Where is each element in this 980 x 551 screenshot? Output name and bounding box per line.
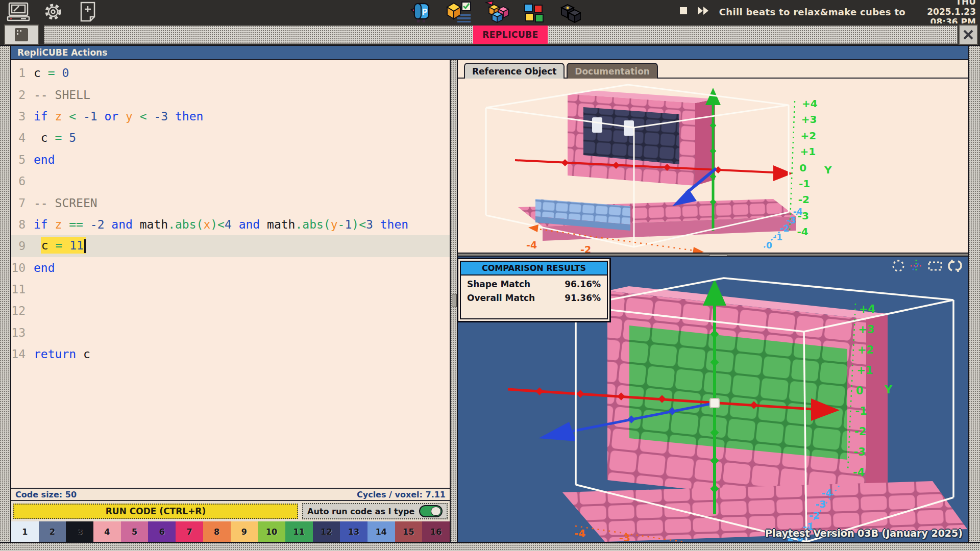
palette-color-15[interactable]: 15 <box>395 521 423 542</box>
code-line-7[interactable]: 7-- SCREEN <box>11 192 450 213</box>
axis-label: -1 <box>799 178 810 190</box>
axis-label: -4 <box>797 226 808 238</box>
axis-label: -3 <box>854 446 866 458</box>
code-line-2[interactable]: 2-- SHELL <box>11 84 450 105</box>
color-grid-icon[interactable] <box>523 3 545 23</box>
window-border-right[interactable] <box>968 46 980 542</box>
code-line-9[interactable]: 9 c = 11 <box>11 235 450 257</box>
palette-color-4[interactable]: 4 <box>93 521 121 542</box>
palette-color-9[interactable]: 9 <box>231 521 258 542</box>
axis-label: -4 <box>793 207 803 217</box>
code-line-4[interactable]: 4 c = 5 <box>11 127 450 148</box>
palette-color-5[interactable]: 5 <box>121 521 149 542</box>
line-number: 14 <box>11 347 34 361</box>
h-splitter-handle[interactable] <box>709 254 727 256</box>
code-text: end <box>34 153 55 166</box>
splitter-handle[interactable] <box>452 294 457 307</box>
app-window-icon[interactable] <box>4 24 39 45</box>
code-text: -- SHELL <box>34 88 90 102</box>
code-editor[interactable]: 1c = 02-- SHELL3if z < -1 or y < -3 then… <box>11 60 450 542</box>
reference-voxel-model <box>518 90 796 241</box>
reference-object-view[interactable]: Y +4+3+2+10-1-2-3-40-1-2-3-4-4-2 <box>458 79 968 253</box>
line-number: 1 <box>11 66 34 80</box>
line-number: 10 <box>11 261 34 274</box>
code-line-8[interactable]: 8if z == -2 and math.abs(x)<4 and math.a… <box>11 214 450 235</box>
palette-color-3[interactable]: 3 <box>66 521 93 542</box>
main-y-axis-name: Y <box>884 384 893 396</box>
select-circle-icon[interactable] <box>892 259 905 274</box>
palette-color-7[interactable]: 7 <box>176 521 203 542</box>
code-line-10[interactable]: 10end <box>11 257 450 279</box>
code-text: c = 5 <box>34 131 76 144</box>
autorun-toggle[interactable] <box>419 505 443 517</box>
code-line-11[interactable]: 11 <box>11 279 450 300</box>
overall-match-label: Overall Match <box>467 293 535 303</box>
axis-label: +2 <box>857 344 874 356</box>
select-box-icon[interactable] <box>927 259 943 274</box>
axes-toggle-icon[interactable] <box>910 259 923 274</box>
tab-documentation[interactable]: Documentation <box>567 63 658 79</box>
axis-label: 0 <box>856 385 864 397</box>
line-number: 6 <box>11 174 34 188</box>
palette-number: 3 <box>77 527 83 537</box>
shape-match-label: Shape Match <box>467 279 530 289</box>
palette-color-1[interactable]: 1 <box>11 521 39 542</box>
horizontal-splitter[interactable] <box>458 253 968 257</box>
palette-color-16[interactable]: 16 <box>422 521 450 542</box>
code-line-6[interactable]: 6 <box>11 170 450 192</box>
reset-view-icon[interactable] <box>947 259 963 274</box>
comparison-row-shape: Shape Match 96.16% <box>461 276 607 289</box>
window-titlebar[interactable]: REPLICUBE <box>0 23 980 46</box>
window-border-left[interactable] <box>0 46 11 542</box>
tab-reference-object[interactable]: Reference Object <box>464 63 565 79</box>
palette-color-2[interactable]: 2 <box>39 521 66 542</box>
gear-icon[interactable] <box>41 2 65 22</box>
comparison-results-panel: COMPARISON RESULTS Shape Match 96.16% Ov… <box>457 258 611 322</box>
new-file-icon[interactable] <box>76 2 100 22</box>
svg-text:P: P <box>422 8 428 17</box>
line-number: 2 <box>11 88 34 102</box>
palette-color-11[interactable]: 11 <box>285 521 313 542</box>
reference-3d-scene[interactable]: Y +4+3+2+10-1-2-3-40-1-2-3-4-4-2 <box>458 79 968 253</box>
axis-label: 0 <box>799 162 806 174</box>
code-line-12[interactable]: 12 <box>11 300 450 321</box>
palette-color-10[interactable]: 10 <box>258 521 285 542</box>
mailbox-icon[interactable]: P <box>409 1 432 23</box>
computer-icon[interactable] <box>6 2 31 22</box>
code-text: end <box>34 261 55 274</box>
line-number: 13 <box>11 326 34 339</box>
palette-color-12[interactable]: 12 <box>313 521 340 542</box>
player-voxel-model <box>562 286 967 542</box>
now-playing-text: Chill beats to relax&make cubes to <box>719 7 905 17</box>
code-line-14[interactable]: 14return c <box>11 343 450 365</box>
skip-icon[interactable] <box>697 6 710 17</box>
cube-check-icon[interactable] <box>445 1 472 23</box>
code-line-13[interactable]: 13 <box>11 322 450 343</box>
code-lines[interactable]: 1c = 02-- SHELL3if z < -1 or y < -3 then… <box>11 60 450 488</box>
run-code-button[interactable]: RUN CODE (CTRL+R) <box>13 504 298 519</box>
right-panel: Reference Object Documentation <box>458 60 968 542</box>
close-button[interactable] <box>959 24 978 45</box>
dark-cubes-icon[interactable] <box>558 2 581 23</box>
axis-label: +3 <box>801 113 817 126</box>
palette-number: 5 <box>132 527 137 537</box>
color-cubes-icon[interactable] <box>485 1 509 23</box>
stop-icon[interactable] <box>679 7 688 17</box>
shape-match-value: 96.16% <box>565 279 601 289</box>
code-line-5[interactable]: 5end <box>11 149 450 170</box>
window-header[interactable]: RepliCUBE Actions <box>11 46 968 60</box>
editor-statusbar: Code size: 50 Cycles / voxel: 7.11 <box>11 488 450 501</box>
palette-color-6[interactable]: 6 <box>148 521 176 542</box>
palette-color-8[interactable]: 8 <box>203 521 231 542</box>
line-number: 9 <box>11 239 34 253</box>
window-title: RepliCUBE Actions <box>11 47 107 58</box>
palette-color-13[interactable]: 13 <box>340 521 368 542</box>
workspace-view[interactable]: Y z +4+3+2+10-1-2-3-4-4-3-2-10-4-3 COMPA… <box>458 257 968 542</box>
code-line-1[interactable]: 1c = 0 <box>11 62 450 84</box>
palette-color-14[interactable]: 14 <box>368 521 395 542</box>
code-line-3[interactable]: 3if z < -1 or y < -3 then <box>11 106 450 127</box>
autorun-label: Auto run code as I type <box>307 507 414 516</box>
window-border-bottom[interactable] <box>0 542 980 551</box>
overall-match-value: 91.36% <box>565 293 601 303</box>
app-title-badge: REPLICUBE <box>473 26 548 44</box>
